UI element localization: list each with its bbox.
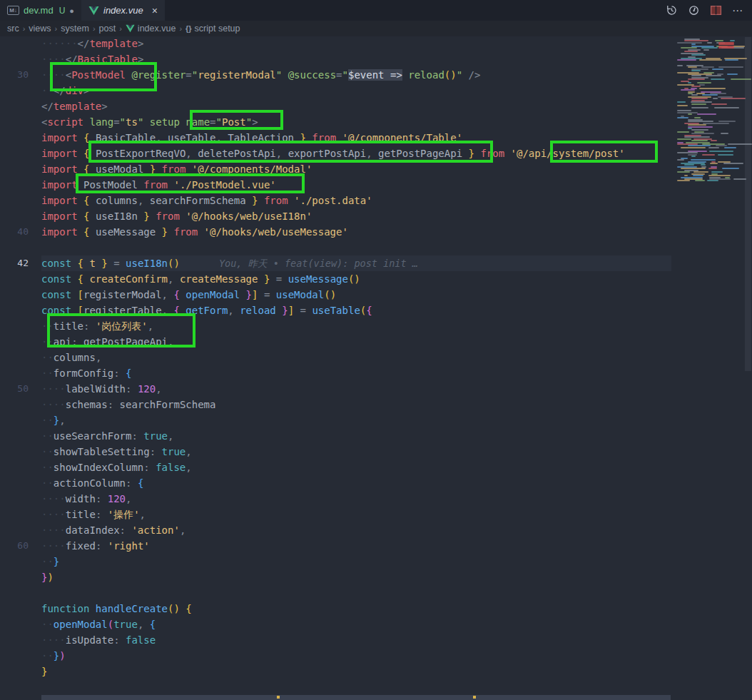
- code-token: from: [168, 226, 204, 238]
- code-line[interactable]: ··}): [0, 648, 671, 664]
- code-line[interactable]: ··formConfig: {: [0, 365, 671, 381]
- line-number: [0, 632, 41, 648]
- code-line[interactable]: 30····<PostModel @register="registerModa…: [0, 67, 671, 83]
- breadcrumb-src[interactable]: src: [7, 24, 19, 34]
- code-text: import { useI18n } from '@/hooks/web/use…: [41, 208, 671, 224]
- line-number: [0, 475, 41, 491]
- line-number: [0, 507, 41, 522]
- code-line[interactable]: 40import { useMessage } from '@/hooks/we…: [0, 224, 671, 240]
- code-token: ,: [162, 289, 168, 300]
- breadcrumb-file[interactable]: index.vue: [138, 24, 176, 34]
- code-line[interactable]: ··useSearchForm: true,: [0, 428, 671, 444]
- breadcrumb-views[interactable]: views: [29, 24, 51, 34]
- line-number: [0, 569, 41, 585]
- code-token: registerModal: [83, 289, 162, 300]
- vertical-scrollbar[interactable]: [744, 36, 752, 700]
- code-line[interactable]: <script lang="ts" setup name="Post">: [0, 114, 671, 130]
- code-line[interactable]: ····title: '操作',: [0, 507, 671, 522]
- code-area[interactable]: ······</template>····</BasicTable>30····…: [0, 36, 671, 700]
- code-line[interactable]: const [registerTable, { getForm, reload …: [0, 303, 671, 318]
- code-token: function: [41, 603, 96, 614]
- code-token: ····: [41, 634, 66, 646]
- history-icon[interactable]: [666, 4, 678, 16]
- line-number: [0, 83, 41, 98]
- code-line[interactable]: import { BasicTable, useTable, TableActi…: [0, 130, 671, 146]
- code-line[interactable]: ··title: '岗位列表',: [0, 318, 671, 334]
- code-line[interactable]: ····width: 120,: [0, 491, 671, 507]
- code-token: {: [78, 258, 83, 269]
- tab-devmd[interactable]: M↓ dev.md U ●: [0, 0, 81, 21]
- code-line[interactable]: [0, 679, 671, 695]
- code-text: const { createConfirm, createMessage } =…: [41, 271, 671, 287]
- line-number: [0, 130, 41, 146]
- code-line[interactable]: ··actionColumn: {: [0, 475, 671, 491]
- minimap-line: [697, 113, 716, 115]
- code-line[interactable]: ····schemas: searchFormSchema: [0, 397, 671, 412]
- code-line[interactable]: 50····labelWidth: 120,: [0, 381, 671, 397]
- code-line[interactable]: ··showTableSetting: true,: [0, 444, 671, 460]
- code-line[interactable]: ··</div>: [0, 83, 671, 98]
- code-line[interactable]: ······</template>: [0, 36, 671, 51]
- code-line[interactable]: ····isUpdate: false: [0, 632, 671, 648]
- breadcrumb-system[interactable]: system: [61, 24, 89, 34]
- minimap-line: [703, 123, 729, 124]
- code-token: =: [294, 305, 312, 316]
- minimap-line: [688, 66, 697, 68]
- minimap-line: [688, 121, 713, 122]
- line-number: [0, 98, 41, 114]
- code-token: ····: [41, 524, 66, 536]
- code-token: :: [71, 336, 83, 348]
- code-line[interactable]: ··openModal(true, {: [0, 617, 671, 632]
- code-line[interactable]: ····dataIndex: 'action',: [0, 522, 671, 538]
- code-line[interactable]: ··}: [0, 554, 671, 569]
- code-token: ··: [41, 462, 54, 473]
- code-token: </: [78, 38, 90, 49]
- code-line[interactable]: ··showIndexColumn: false,: [0, 460, 671, 475]
- code-text: ····<PostModel @register="registerModal"…: [41, 67, 671, 83]
- unsaved-dot-icon[interactable]: ●: [69, 6, 74, 15]
- close-icon[interactable]: ×: [152, 5, 158, 16]
- code-line[interactable]: [0, 585, 671, 601]
- code-line[interactable]: const { createConfirm, createMessage } =…: [0, 271, 671, 287]
- code-line[interactable]: 60····fixed: 'right': [0, 538, 671, 554]
- code-line[interactable]: ··columns,: [0, 350, 671, 365]
- minimap[interactable]: [674, 36, 744, 700]
- code-line[interactable]: const [registerModal, { openModal }] = u…: [0, 287, 671, 303]
- code-text: import { PostExportReqVO, deletePostApi,…: [41, 146, 671, 161]
- code-line[interactable]: import { columns, searchFormSchema } fro…: [0, 193, 671, 208]
- code-line[interactable]: 42const { t } = useI18n()You, 昨天 • feat(…: [0, 255, 671, 271]
- code-line[interactable]: import { PostExportReqVO, deletePostApi,…: [0, 146, 671, 161]
- code-text: ····dataIndex: 'action',: [41, 522, 671, 538]
- run-status-icon[interactable]: [688, 4, 700, 16]
- code-line[interactable]: import { useModal } from '@/components/M…: [0, 161, 671, 177]
- breadcrumb-symbol[interactable]: script setup: [195, 24, 240, 34]
- breadcrumb-post[interactable]: post: [99, 24, 116, 34]
- minimap-line: [694, 117, 701, 118]
- more-actions-icon[interactable]: ⋯: [732, 4, 743, 17]
- code-token: }: [462, 148, 474, 159]
- code-line[interactable]: [0, 240, 671, 255]
- code-line[interactable]: import PostModel from './PostModel.vue': [0, 177, 671, 193]
- code-line[interactable]: }: [0, 664, 671, 679]
- vscode-window: M↓ dev.md U ● index.vue ×: [0, 0, 752, 700]
- minimap-line: [691, 98, 708, 99]
- code-token: setup: [150, 116, 180, 128]
- code-line[interactable]: </template>: [0, 98, 671, 114]
- code-token: api: [54, 336, 71, 348]
- code-token: useModal: [89, 163, 143, 175]
- code-token: =: [210, 116, 215, 128]
- code-line[interactable]: }): [0, 569, 671, 585]
- code-text: ····</BasicTable>: [41, 51, 671, 67]
- code-line[interactable]: ··},: [0, 412, 671, 428]
- code-line[interactable]: import { useI18n } from '@/hooks/web/use…: [0, 208, 671, 224]
- code-text: ····title: '操作',: [41, 507, 671, 522]
- tab-indexvue[interactable]: index.vue ×: [81, 0, 165, 21]
- code-line[interactable]: function handleCreate() {: [0, 601, 671, 617]
- code-text: }: [41, 664, 671, 679]
- line-number: [0, 114, 41, 130]
- code-token: }: [156, 226, 168, 238]
- code-line[interactable]: ····</BasicTable>: [0, 51, 671, 67]
- split-editor-icon[interactable]: [710, 5, 722, 16]
- scrollbar-thumb[interactable]: [745, 37, 751, 371]
- code-line[interactable]: ··api: getPostPageApi,: [0, 334, 671, 350]
